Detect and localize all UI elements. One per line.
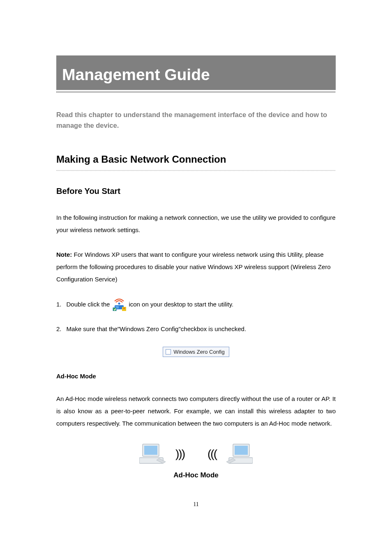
heading-underline <box>56 170 336 171</box>
step-1-text-post: icon on your desktop to start the utilit… <box>129 299 233 310</box>
computer-right-icon <box>224 442 253 466</box>
note-label: Note: <box>56 251 72 258</box>
step-2-text-post: checkbox is unchecked. <box>181 323 246 334</box>
paragraph-intro: In the following instruction for making … <box>56 212 336 236</box>
signal-right-icon: ))) <box>175 447 184 461</box>
computer-left-icon <box>139 442 168 466</box>
zero-config-checkbox-container: Windows Zero Config <box>163 347 229 357</box>
zero-config-label: Windows Zero Config <box>173 349 224 355</box>
step-2-number: 2. <box>56 323 62 334</box>
note-text: For Windows XP users that want to config… <box>56 251 331 283</box>
section-heading-2: Before You Start <box>56 187 336 196</box>
adhoc-diagram: ))) ((( <box>56 442 336 466</box>
chapter-intro: Read this chapter to understand the mana… <box>56 109 336 131</box>
step-2-bold: "Windows Zero Config" <box>118 323 181 334</box>
page-number: 11 <box>0 501 392 508</box>
adhoc-paragraph: An Ad-Hoc mode wireless network connects… <box>56 393 336 430</box>
step-1-number: 1. <box>56 299 62 310</box>
svg-rect-6 <box>144 446 157 455</box>
title-underline <box>56 91 336 93</box>
signal-left-icon: ((( <box>208 447 217 461</box>
chapter-title: Management Guide <box>56 55 336 90</box>
wireless-utility-icon <box>112 298 126 311</box>
zero-config-screenshot: Windows Zero Config <box>56 347 336 357</box>
diagram-label: Ad-Hoc Mode <box>56 471 336 479</box>
paragraph-note: Note: For Windows XP users that want to … <box>56 249 336 286</box>
step-2: 2. Make sure that the "Windows Zero Conf… <box>56 323 336 334</box>
step-1-text-pre: Double click the <box>67 299 110 310</box>
section-heading-1: Making a Basic Network Connection <box>56 154 336 165</box>
adhoc-heading: Ad-Hoc Mode <box>56 373 336 380</box>
step-2-text-pre: Make sure that the <box>67 323 118 334</box>
svg-rect-9 <box>235 446 248 455</box>
zero-config-checkbox[interactable] <box>166 349 171 355</box>
svg-point-0 <box>118 302 120 304</box>
step-1: 1. Double click the icon on your desktop… <box>56 298 336 311</box>
